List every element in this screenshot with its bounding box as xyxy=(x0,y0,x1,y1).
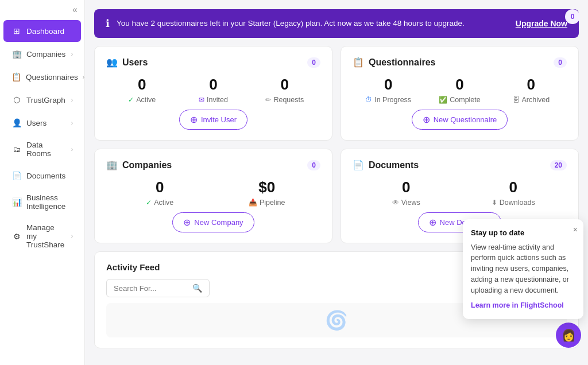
questionnaires-card: 📋 Questionnaires 0 0 ⏱ In Progress 0 ✅ xyxy=(341,46,579,141)
questionnaires-card-badge: 0 xyxy=(554,57,567,68)
activity-search-input[interactable] xyxy=(114,284,188,293)
avatar-icon: 👩 xyxy=(562,328,576,342)
sidebar-item-label: Data Rooms xyxy=(26,141,67,158)
new-questionnaire-button[interactable]: ⊕ New Questionnaire xyxy=(412,110,508,130)
documents-card-title-row: 📄 Documents xyxy=(353,160,419,170)
tooltip-close-button[interactable]: × xyxy=(573,224,578,236)
chevron-right-icon: › xyxy=(71,233,73,239)
info-icon: ℹ xyxy=(106,17,110,30)
new-questionnaire-label: New Questionnaire xyxy=(434,115,497,124)
users-active-value: 0 xyxy=(138,76,146,94)
documents-card-header: 📄 Documents 20 xyxy=(353,160,567,170)
users-card: 👥 Users 0 0 ✓ Active 0 ✉ Invit xyxy=(94,46,332,141)
downloads-label-text: Downloads xyxy=(500,199,535,207)
documents-downloads-label: ⬇ Downloads xyxy=(492,199,535,207)
archive-icon: 🗄 xyxy=(513,96,520,104)
sidebar-item-manage-trustshare[interactable]: ⚙ Manage my TrustShare › xyxy=(3,218,81,255)
banner-text: You have 2 questionnaires left in your S… xyxy=(117,18,509,29)
sidebar-item-dashboard[interactable]: ⊞ Dashboard xyxy=(3,20,81,42)
bi-icon: 📊 xyxy=(11,197,22,207)
chevron-right-icon: › xyxy=(71,120,73,126)
chevron-right-icon: › xyxy=(71,97,73,103)
chevron-right-icon: › xyxy=(71,146,73,153)
dashboard-icon: ⊞ xyxy=(11,26,22,36)
companies-card: 🏢 Companies 0 0 ✓ Active $0 📥 xyxy=(94,149,332,243)
sidebar-item-label: Users xyxy=(26,119,67,127)
questionnaires-card-header: 📋 Questionnaires 0 xyxy=(353,57,567,68)
users-card-badge: 0 xyxy=(307,57,320,68)
sidebar-item-trustgraph[interactable]: ⬡ TrustGraph › xyxy=(3,89,81,111)
users-requests-label: ✏ Requests xyxy=(265,96,304,104)
data-rooms-icon: 🗂 xyxy=(11,144,22,154)
questionnaires-archived-label: 🗄 Archived xyxy=(513,96,550,104)
sidebar-item-questionnaires[interactable]: 📋 Questionnaires › xyxy=(3,66,81,88)
invite-user-button[interactable]: ⊕ Invite User xyxy=(179,110,247,130)
sidebar-item-users[interactable]: 👤 Users › xyxy=(3,112,81,134)
companies-pipeline-stat: $0 📥 Pipeline xyxy=(214,178,321,207)
views-label-text: Views xyxy=(401,199,420,207)
download-icon: ⬇ xyxy=(492,199,497,207)
pencil-icon: ✏ xyxy=(265,96,271,104)
documents-stats-row: 0 👁 Views 0 ⬇ Downloads xyxy=(353,178,567,207)
requests-label-text: Requests xyxy=(273,96,304,104)
manage-icon: ⚙ xyxy=(11,231,22,242)
clock-icon: ⏱ xyxy=(365,96,372,104)
sidebar: « ⊞ Dashboard 🏢 Companies › 📋 Questionna… xyxy=(0,0,85,365)
documents-card-icon: 📄 xyxy=(353,160,364,170)
complete-label-text: Complete xyxy=(450,96,481,104)
users-active-stat: 0 ✓ Active xyxy=(106,76,177,104)
companies-active-value: 0 xyxy=(156,178,164,196)
users-invited-label: ✉ Invited xyxy=(199,96,228,104)
new-company-button[interactable]: ⊕ New Company xyxy=(172,212,254,232)
questionnaires-inprogress-label: ⏱ In Progress xyxy=(365,96,411,104)
companies-active-stat: 0 ✓ Active xyxy=(106,178,214,207)
documents-views-label: 👁 Views xyxy=(392,199,420,207)
new-company-label: New Company xyxy=(194,218,243,227)
questionnaires-icon: 📋 xyxy=(11,72,21,82)
plus-icon: ⊕ xyxy=(190,114,198,125)
users-invited-stat: 0 ✉ Invited xyxy=(177,76,249,104)
envelope-icon: ✉ xyxy=(199,96,204,104)
avatar-button[interactable]: 👩 xyxy=(556,323,581,348)
documents-downloads-value: 0 xyxy=(509,178,517,196)
checkmark-icon: ✓ xyxy=(146,199,152,207)
activity-search-bar[interactable]: 🔍 xyxy=(106,279,210,297)
pipeline-label-text: Pipeline xyxy=(260,199,285,207)
users-stats-row: 0 ✓ Active 0 ✉ Invited 0 ✏ xyxy=(106,76,320,104)
questionnaires-complete-value: 0 xyxy=(455,76,463,94)
users-card-title-row: 👥 Users xyxy=(106,57,148,68)
plus-icon: ⊕ xyxy=(183,217,191,228)
archived-label-text: Archived xyxy=(522,96,550,104)
users-icon: 👤 xyxy=(11,118,22,128)
inprogress-label-text: In Progress xyxy=(374,96,411,104)
collapse-icon: « xyxy=(72,5,78,15)
questionnaires-complete-stat: 0 ✅ Complete xyxy=(424,76,495,104)
active-label-text: Active xyxy=(136,96,156,104)
documents-views-stat: 0 👁 Views xyxy=(353,178,460,207)
companies-pipeline-label: 📥 Pipeline xyxy=(249,199,285,207)
questionnaires-card-title: Questionnaires xyxy=(369,57,435,68)
sidebar-item-documents[interactable]: 📄 Documents xyxy=(3,165,81,187)
documents-icon: 📄 xyxy=(11,170,22,181)
chevron-right-icon: › xyxy=(83,74,84,80)
documents-card-badge: 20 xyxy=(550,160,567,170)
sidebar-item-label: Companies xyxy=(26,50,67,59)
sidebar-item-companies[interactable]: 🏢 Companies › xyxy=(3,43,81,65)
chevron-right-icon: › xyxy=(71,51,73,57)
tooltip-link[interactable]: Learn more in FlightSchool xyxy=(471,300,575,311)
upgrade-now-link[interactable]: Upgrade Now xyxy=(516,19,567,28)
eye-icon: 👁 xyxy=(392,199,399,207)
documents-card-title: Documents xyxy=(369,160,419,170)
sidebar-collapse-button[interactable]: « xyxy=(0,0,84,20)
sidebar-item-business-intelligence[interactable]: 📊 Business Intelligence xyxy=(3,188,81,216)
trustgraph-icon: ⬡ xyxy=(11,95,22,105)
sidebar-item-data-rooms[interactable]: 🗂 Data Rooms › xyxy=(3,135,81,164)
companies-active-label: ✓ Active xyxy=(146,199,173,207)
top-cards-row: 👥 Users 0 0 ✓ Active 0 ✉ Invit xyxy=(94,46,579,141)
tooltip-text: View real-time activity and perform quic… xyxy=(471,242,575,296)
tooltip-title: Stay up to date xyxy=(471,227,575,239)
questionnaires-card-icon: 📋 xyxy=(353,57,364,68)
companies-card-header: 🏢 Companies 0 xyxy=(106,160,320,170)
companies-card-title: Companies xyxy=(122,160,172,170)
questionnaires-card-title-row: 📋 Questionnaires xyxy=(353,57,435,68)
